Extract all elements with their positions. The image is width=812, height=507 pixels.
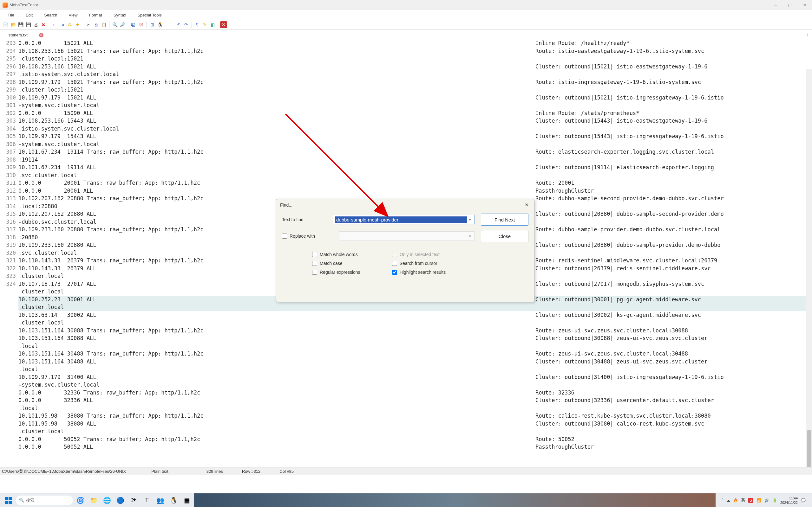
app-icon: [3, 3, 8, 8]
tray-onedrive-icon[interactable]: ☁: [726, 498, 730, 503]
scroll-thumb[interactable]: [807, 430, 811, 467]
menu-syntax[interactable]: Syntax: [108, 11, 131, 19]
window-controls: ─ ▢ ✕: [768, 0, 812, 10]
find-text-input[interactable]: [335, 216, 467, 223]
toolbar: 📄 📂 💾 💾 🖨 ✖ ⇤ ⇥ ⁂ ★ ✂ ⎘ 📋 🔍 🔎 ⿻ ☑ ⊞ 🐧 ↶ …: [0, 20, 812, 30]
minimize-button[interactable]: ─: [768, 0, 783, 10]
opt-highlight[interactable]: Highlight search results: [392, 270, 446, 275]
find-text-combo[interactable]: ▾: [333, 215, 474, 224]
task-qq-icon[interactable]: 🐧: [169, 496, 178, 505]
task-chrome-icon[interactable]: 🔵: [115, 496, 125, 505]
replace-checkbox[interactable]: [282, 233, 287, 239]
toolbar-separator: [218, 21, 218, 28]
replace-icon[interactable]: 🔎: [119, 21, 126, 28]
task-text-icon[interactable]: T: [142, 496, 152, 505]
toolbar-separator: [147, 21, 147, 28]
tabbar: listeners.txt ✕ ↓: [0, 30, 812, 39]
find-dialog-title: Find...: [280, 203, 293, 208]
new-icon[interactable]: 📄: [2, 21, 9, 28]
highlight-icon[interactable]: ✎: [201, 21, 208, 28]
menu-format[interactable]: Format: [84, 11, 107, 19]
menu-specialtools[interactable]: Special Tools: [132, 11, 166, 19]
toolbar-separator: [83, 21, 83, 28]
open-icon[interactable]: 📂: [9, 21, 16, 28]
titlebar: MobaTextEditor ─ ▢ ✕: [0, 0, 812, 10]
task-store-icon[interactable]: 🛍: [129, 496, 138, 505]
find-close-button[interactable]: Close: [481, 230, 528, 242]
task-copilot-icon[interactable]: 🌀: [75, 496, 85, 505]
toolbar-separator: [49, 21, 49, 28]
tab-listeners[interactable]: listeners.txt ✕: [2, 31, 48, 39]
copy-icon[interactable]: ⎘: [93, 21, 100, 28]
opt-selected-text: Only in selected text: [392, 252, 446, 257]
taskbar-search[interactable]: 🔍 搜索: [16, 496, 73, 505]
taskbar: 🔍 搜索 🌀 📁 🌐 🔵 🛍 T 👥 🐧 ▦ ˄ ☁ 🔥 英 S 📶 🔊 🔋 1…: [0, 493, 812, 507]
find-close-icon[interactable]: ✕: [523, 201, 530, 209]
tray-volume-icon[interactable]: 🔊: [764, 498, 769, 503]
tray-wifi-icon[interactable]: 📶: [757, 498, 761, 503]
paste-icon[interactable]: 📋: [100, 21, 107, 28]
task-edge-icon[interactable]: 🌐: [102, 496, 112, 505]
opt-whole-words[interactable]: Match whole words: [312, 252, 360, 257]
task-teams-icon[interactable]: 👥: [155, 496, 165, 505]
maximize-button[interactable]: ▢: [783, 0, 798, 10]
status-lines: 329 lines: [200, 469, 229, 474]
statusbar: C:\Users\黄泰\DOCUME~1\MobaXterm\slash\Rem…: [0, 467, 812, 475]
find-dialog: Find... ✕ Text to find: ▾ Find Next Repl…: [276, 199, 535, 302]
menu-search[interactable]: Search: [39, 11, 62, 19]
system-tray[interactable]: ˄ ☁ 🔥 英 S 📶 🔊 🔋 11:44 2024/11/22 💬: [718, 496, 809, 505]
app-title: MobaTextEditor: [9, 3, 38, 7]
tray-hidden-icon[interactable]: ˄: [721, 498, 723, 503]
taskbar-middle: [194, 493, 716, 507]
menu-file[interactable]: File: [3, 11, 19, 19]
find-next-button[interactable]: Find Next: [481, 214, 528, 226]
redo-icon[interactable]: ↷: [183, 21, 190, 28]
copyblock-icon[interactable]: ⿻: [130, 21, 137, 28]
tray-battery-icon[interactable]: 🔋: [772, 498, 777, 503]
save-icon[interactable]: 💾: [17, 21, 24, 28]
undo-icon[interactable]: ↶: [175, 21, 182, 28]
comment-icon[interactable]: ⁂: [66, 21, 73, 28]
line-number-gutter: 2932942952962972982993003013023033043053…: [0, 39, 18, 467]
replace-dropdown-icon: ▾: [467, 233, 472, 239]
opt-from-cursor[interactable]: Search from cursor: [392, 261, 446, 266]
color-icon[interactable]: ◧: [209, 21, 216, 28]
opt-regex[interactable]: Regular expressions: [312, 270, 360, 275]
find-text-dropdown-icon[interactable]: ▾: [467, 217, 472, 222]
bookmark-icon[interactable]: ★: [74, 21, 81, 28]
task-moba-icon[interactable]: ▦: [182, 496, 192, 505]
tray-ime-icon[interactable]: S: [748, 498, 753, 503]
print-icon[interactable]: 🖨: [32, 21, 39, 28]
search-icon: 🔍: [19, 498, 24, 503]
indent-right-icon[interactable]: ⇥: [59, 21, 66, 28]
close-button[interactable]: ✕: [798, 0, 812, 10]
indent-left-icon[interactable]: ⇤: [51, 21, 58, 28]
opt-match-case[interactable]: Match case: [312, 261, 360, 266]
tray-notifications-icon[interactable]: 💬: [801, 498, 806, 503]
status-path: C:\Users\黄泰\DOCUME~1\MobaXterm\slash\Rem…: [2, 469, 132, 474]
close-file-icon[interactable]: ✖: [40, 21, 47, 28]
os-mac-icon[interactable]: [164, 21, 171, 28]
tray-security-icon[interactable]: 🔥: [733, 498, 738, 503]
exit-icon[interactable]: ✕: [220, 21, 227, 28]
menu-view[interactable]: View: [64, 11, 83, 19]
start-button[interactable]: [3, 495, 13, 505]
find-text-label: Text to find:: [282, 217, 326, 222]
pilcrow-icon[interactable]: ¶: [194, 21, 201, 28]
find-icon[interactable]: 🔍: [111, 21, 118, 28]
toolbar-separator: [128, 21, 128, 28]
status-syntax: Plain text: [145, 469, 174, 474]
cut-icon[interactable]: ✂: [85, 21, 92, 28]
tabbar-arrow-icon[interactable]: ↓: [806, 32, 809, 38]
tray-clock[interactable]: 11:44 2024/11/22: [780, 496, 798, 505]
os-linux-icon[interactable]: 🐧: [156, 21, 163, 28]
vertical-scrollbar[interactable]: [806, 69, 812, 467]
replace-with-group[interactable]: Replace with: [282, 233, 333, 239]
task-explorer-icon[interactable]: 📁: [89, 496, 98, 505]
tray-ime-lang[interactable]: 英: [741, 498, 745, 503]
os-windows-icon[interactable]: ⊞: [149, 21, 156, 28]
save-all-icon[interactable]: 💾: [25, 21, 32, 28]
tab-close-icon[interactable]: ✕: [39, 33, 44, 38]
todo-icon[interactable]: ☑: [138, 21, 145, 28]
menu-edit[interactable]: Edit: [20, 11, 38, 19]
